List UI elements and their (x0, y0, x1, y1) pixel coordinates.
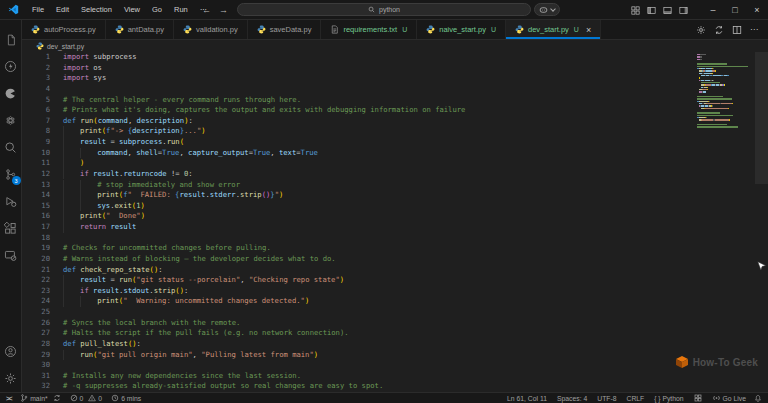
scrollbar-slider[interactable] (755, 52, 768, 184)
code-line[interactable]: 16print(" Done") (22, 211, 698, 222)
language-mode[interactable]: { } Python (654, 395, 683, 402)
line-content: # -q suppresses already-satisfied output… (63, 381, 383, 392)
sidebar-item-account[interactable] (0, 338, 22, 365)
more-actions-icon[interactable]: ⋯ (750, 25, 759, 34)
forward-icon[interactable]: → (219, 5, 228, 15)
tab-dev_start.py[interactable]: dev_start.pyU× (506, 20, 601, 39)
code-line[interactable]: 12if result.returncode != 0: (22, 169, 698, 180)
editor[interactable]: 1import subprocess2import os3import sys4… (22, 52, 768, 392)
code-line[interactable]: 25 (22, 307, 698, 318)
toggle-panel-icon[interactable] (663, 6, 672, 15)
code-line[interactable]: 2import os (22, 63, 698, 74)
menu-file[interactable]: File (26, 5, 50, 14)
tab-autoProcess.py[interactable]: autoProcess.py (22, 20, 106, 39)
sidebar-item-search[interactable] (0, 134, 22, 161)
indent-guide (80, 148, 97, 159)
code-line[interactable]: 24print(" Warning: uncommitted changes d… (22, 296, 698, 307)
menu-view[interactable]: View (118, 5, 146, 14)
minimap-line (697, 84, 751, 85)
menu-edit[interactable]: Edit (50, 5, 75, 14)
tab-antData.py[interactable]: antData.py (106, 20, 174, 39)
code-line[interactable]: 22result = run("git status --porcelain",… (22, 275, 698, 286)
braces-icon: { } (654, 395, 660, 402)
code-line[interactable]: 6# Prints what it's doing, captures the … (22, 105, 698, 116)
notifications-bell[interactable] (754, 394, 762, 403)
code-line[interactable]: 17return result (22, 222, 698, 233)
sidebar-item-source-control[interactable]: 3 (0, 161, 22, 188)
sidebar-item-explorer[interactable] (0, 26, 22, 53)
indent-guide (63, 180, 80, 191)
code-line[interactable]: 27# Halts the script if the pull fails (… (22, 328, 698, 339)
indent-guide (63, 148, 80, 159)
breadcrumb[interactable]: dev_start.py (22, 40, 768, 52)
tab-saveData.py[interactable]: saveData.py (248, 20, 322, 39)
line-content: print(f"-> {description}...") (63, 126, 206, 137)
chevron-down-icon (550, 6, 556, 12)
close-icon[interactable]: × (746, 0, 768, 20)
sidebar-item-settings[interactable] (0, 365, 22, 392)
cursor-position[interactable]: Ln 61, Col 11 (507, 395, 547, 402)
extension-grid-indicator[interactable] (694, 394, 702, 402)
code-line[interactable]: 13# stop immediately and show error (22, 180, 698, 191)
code-line[interactable]: 23if result.stdout.strip(): (22, 286, 698, 297)
code-line[interactable]: 19# Checks for uncommitted changes befor… (22, 243, 698, 254)
sidebar-item-remote-preview[interactable] (0, 242, 22, 269)
python-file-icon (115, 25, 124, 34)
tab-close-icon[interactable]: × (586, 25, 591, 35)
customize-layout-icon[interactable] (631, 6, 640, 15)
code-line[interactable]: 8print(f"-> {description}...") (22, 126, 698, 137)
code-line[interactable]: 26# Syncs the local branch with the remo… (22, 318, 698, 329)
code-line[interactable]: 31# Installs any new dependencies since … (22, 371, 698, 382)
compare-changes-icon[interactable] (714, 25, 724, 35)
toggle-sidebar-icon[interactable] (647, 6, 656, 15)
code-line[interactable]: 1import subprocess (22, 52, 698, 63)
menu-selection[interactable]: Selection (75, 5, 118, 14)
go-live-button[interactable]: Go Live (712, 394, 746, 402)
encoding[interactable]: UTF-8 (597, 395, 616, 402)
indentation[interactable]: Spaces: 4 (557, 395, 587, 402)
code-line[interactable]: 3import sys (22, 73, 698, 84)
menu-run[interactable]: Run (168, 5, 194, 14)
time-tracker[interactable]: 6 mins (111, 394, 141, 402)
code-line[interactable]: 10command, shell=True, capture_output=Tr… (22, 148, 698, 159)
problems-indicator[interactable]: 0 0 (70, 394, 103, 402)
code-line[interactable]: 15sys.exit(1) (22, 201, 698, 212)
sidebar-item-openai[interactable] (0, 107, 22, 134)
copilot-button[interactable] (534, 3, 560, 16)
tab-naive_start.py[interactable]: naive_start.pyU (417, 20, 506, 39)
tab-requirements.txt[interactable]: requirements.txtU (321, 20, 417, 39)
sidebar-item-extensions[interactable] (0, 215, 22, 242)
sidebar-item-moon-extension[interactable] (0, 80, 22, 107)
code-line[interactable]: 4 (22, 84, 698, 95)
code-line[interactable]: 5# The central helper - every command ru… (22, 95, 698, 106)
minimap-line (697, 124, 751, 125)
code-line[interactable]: 30 (22, 360, 698, 371)
code-line[interactable]: 20# Warns instead of blocking — the deve… (22, 254, 698, 265)
restore-icon[interactable]: □ (724, 0, 746, 20)
code-line[interactable]: 7def run(command, description): (22, 116, 698, 127)
code-line[interactable]: 9result = subprocess.run( (22, 137, 698, 148)
tab-validation.py[interactable]: validation.py (174, 20, 248, 39)
toggle-secondary-sidebar-icon[interactable] (679, 6, 688, 15)
command-center-search[interactable]: python (237, 3, 531, 16)
gear-icon[interactable] (696, 25, 706, 35)
code-line[interactable]: 32# -q suppresses already-satisfied outp… (22, 381, 698, 392)
remote-indicator[interactable]: >< (6, 395, 11, 402)
sidebar-item-run-debug[interactable] (0, 188, 22, 215)
minimap-line (697, 108, 751, 109)
menu-go[interactable]: Go (146, 5, 168, 14)
minimize-icon[interactable]: – (702, 0, 724, 20)
code-line[interactable]: 21def check_repo_state(): (22, 265, 698, 276)
code-line[interactable]: 28def pull_latest(): (22, 339, 698, 350)
eol-sequence[interactable]: CRLF (626, 395, 644, 402)
scrollbar[interactable] (755, 52, 768, 392)
back-icon[interactable]: ← (202, 5, 211, 15)
code-line[interactable]: 14print(f" FAILED: {result.stderr.strip(… (22, 190, 698, 201)
minimap[interactable] (697, 54, 751, 129)
code-line[interactable]: 11) (22, 158, 698, 169)
branch-indicator[interactable]: main* (20, 394, 60, 402)
split-editor-icon[interactable] (732, 25, 742, 35)
sidebar-item-thunder-client[interactable] (0, 53, 22, 80)
code-line[interactable]: 29run("git pull origin main", "Pulling l… (22, 350, 698, 361)
code-line[interactable]: 18 (22, 233, 698, 244)
